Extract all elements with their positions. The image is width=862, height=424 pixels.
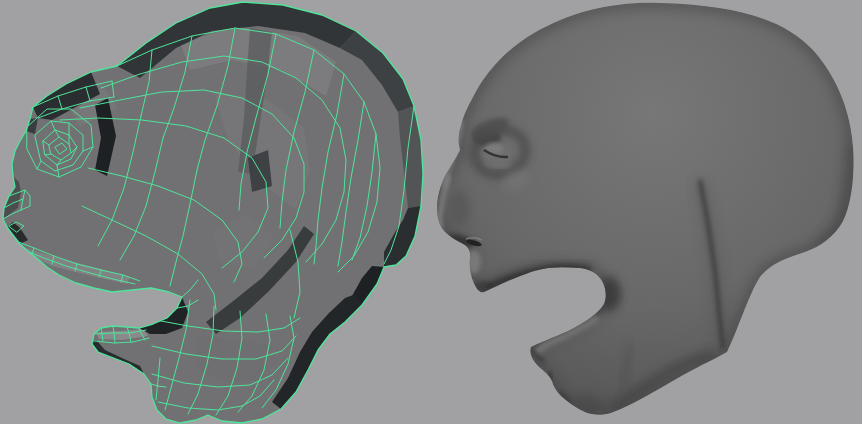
- viewport-canvas[interactable]: [0, 0, 862, 424]
